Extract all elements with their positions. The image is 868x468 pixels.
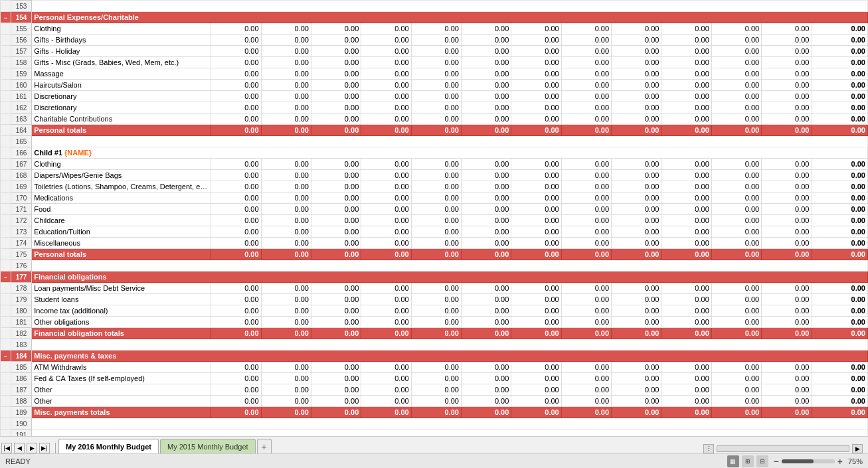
data-cell[interactable]: 0.00 bbox=[411, 305, 461, 317]
totals-cell[interactable]: 0.00 bbox=[261, 125, 311, 136]
total-cell[interactable]: 0.00 bbox=[812, 91, 868, 102]
data-cell[interactable]: 0.00 bbox=[261, 238, 311, 249]
data-cell[interactable]: 0.00 bbox=[661, 215, 711, 226]
data-cell[interactable]: 0.00 bbox=[661, 68, 711, 80]
data-cell[interactable]: 0.00 bbox=[711, 57, 761, 68]
data-cell[interactable]: 0.00 bbox=[311, 317, 361, 328]
data-cell[interactable]: 0.00 bbox=[612, 80, 661, 91]
data-cell[interactable]: 0.00 bbox=[261, 373, 311, 384]
data-cell[interactable]: 0.00 bbox=[461, 46, 511, 57]
data-cell[interactable]: 0.00 bbox=[762, 181, 812, 193]
data-cell[interactable]: 0.00 bbox=[661, 384, 711, 396]
totals-cell[interactable]: 0.00 bbox=[511, 125, 561, 136]
data-cell[interactable]: 0.00 bbox=[711, 238, 761, 249]
data-cell[interactable]: 0.00 bbox=[311, 193, 361, 204]
total-cell[interactable]: 0.00 bbox=[812, 35, 868, 46]
tab-2016[interactable]: My 2016 Monthly Budget bbox=[58, 439, 159, 453]
data-cell[interactable]: 0.00 bbox=[361, 305, 411, 317]
totals-cell[interactable]: 0.00 bbox=[561, 125, 611, 136]
total-cell[interactable]: 0.00 bbox=[812, 193, 868, 204]
totals-cell[interactable]: 0.00 bbox=[612, 125, 661, 136]
data-cell[interactable]: 0.00 bbox=[411, 317, 461, 328]
data-cell[interactable]: 0.00 bbox=[511, 193, 561, 204]
totals-cell[interactable]: 0.00 bbox=[511, 328, 561, 339]
data-cell[interactable]: 0.00 bbox=[461, 68, 511, 80]
data-cell[interactable]: 0.00 bbox=[511, 102, 561, 114]
data-cell[interactable]: 0.00 bbox=[411, 193, 461, 204]
data-cell[interactable]: 0.00 bbox=[211, 305, 261, 317]
data-cell[interactable]: 0.00 bbox=[511, 283, 561, 294]
data-cell[interactable]: 0.00 bbox=[561, 238, 611, 249]
total-cell[interactable]: 0.00 bbox=[812, 102, 868, 114]
total-cell[interactable]: 0.00 bbox=[812, 283, 868, 294]
data-cell[interactable]: 0.00 bbox=[661, 181, 711, 193]
data-cell[interactable]: 0.00 bbox=[361, 80, 411, 91]
data-cell[interactable]: 0.00 bbox=[261, 396, 311, 407]
data-cell[interactable]: 0.00 bbox=[261, 362, 311, 373]
data-cell[interactable]: 0.00 bbox=[561, 35, 611, 46]
totals-cell[interactable]: 0.00 bbox=[762, 249, 812, 260]
data-cell[interactable]: 0.00 bbox=[612, 159, 661, 170]
data-cell[interactable]: 0.00 bbox=[661, 35, 711, 46]
data-cell[interactable]: 0.00 bbox=[261, 35, 311, 46]
data-cell[interactable]: 0.00 bbox=[261, 317, 311, 328]
totals-cell[interactable]: 0.00 bbox=[311, 125, 361, 136]
data-cell[interactable]: 0.00 bbox=[561, 181, 611, 193]
data-cell[interactable]: 0.00 bbox=[511, 181, 561, 193]
data-cell[interactable]: 0.00 bbox=[461, 204, 511, 215]
data-cell[interactable]: 0.00 bbox=[211, 396, 261, 407]
data-cell[interactable]: 0.00 bbox=[711, 193, 761, 204]
data-cell[interactable]: 0.00 bbox=[261, 159, 311, 170]
data-cell[interactable]: 0.00 bbox=[261, 102, 311, 114]
data-cell[interactable]: 0.00 bbox=[661, 317, 711, 328]
data-cell[interactable]: 0.00 bbox=[511, 57, 561, 68]
data-cell[interactable]: 0.00 bbox=[211, 57, 261, 68]
totals-cell[interactable]: 0.00 bbox=[561, 407, 611, 418]
data-cell[interactable]: 0.00 bbox=[661, 204, 711, 215]
data-cell[interactable]: 0.00 bbox=[711, 317, 761, 328]
data-cell[interactable]: 0.00 bbox=[511, 226, 561, 238]
data-cell[interactable]: 0.00 bbox=[261, 170, 311, 181]
data-cell[interactable]: 0.00 bbox=[612, 226, 661, 238]
totals-cell[interactable]: 0.00 bbox=[511, 407, 561, 418]
total-cell[interactable]: 0.00 bbox=[812, 46, 868, 57]
data-cell[interactable]: 0.00 bbox=[411, 23, 461, 35]
data-cell[interactable]: 0.00 bbox=[612, 35, 661, 46]
data-cell[interactable]: 0.00 bbox=[762, 35, 812, 46]
tab-nav-next[interactable]: ▶ bbox=[27, 443, 37, 453]
data-cell[interactable]: 0.00 bbox=[211, 159, 261, 170]
totals-cell[interactable]: 0.00 bbox=[762, 125, 812, 136]
data-cell[interactable]: 0.00 bbox=[711, 396, 761, 407]
totals-cell[interactable]: 0.00 bbox=[261, 328, 311, 339]
data-cell[interactable]: 0.00 bbox=[661, 159, 711, 170]
data-cell[interactable]: 0.00 bbox=[561, 23, 611, 35]
data-cell[interactable]: 0.00 bbox=[411, 294, 461, 305]
data-cell[interactable]: 0.00 bbox=[511, 46, 561, 57]
data-cell[interactable]: 0.00 bbox=[461, 170, 511, 181]
data-cell[interactable]: 0.00 bbox=[762, 373, 812, 384]
tab-nav-first[interactable]: |◀ bbox=[1, 443, 12, 453]
total-cell[interactable]: 0.00 bbox=[812, 170, 868, 181]
data-cell[interactable]: 0.00 bbox=[561, 193, 611, 204]
data-cell[interactable]: 0.00 bbox=[211, 68, 261, 80]
data-cell[interactable]: 0.00 bbox=[461, 283, 511, 294]
data-cell[interactable]: 0.00 bbox=[411, 102, 461, 114]
data-cell[interactable]: 0.00 bbox=[561, 114, 611, 125]
data-cell[interactable]: 0.00 bbox=[661, 114, 711, 125]
data-cell[interactable]: 0.00 bbox=[762, 215, 812, 226]
data-cell[interactable]: 0.00 bbox=[311, 80, 361, 91]
data-cell[interactable]: 0.00 bbox=[311, 91, 361, 102]
data-cell[interactable]: 0.00 bbox=[561, 102, 611, 114]
tab-add-button[interactable]: + bbox=[257, 439, 272, 453]
data-cell[interactable]: 0.00 bbox=[561, 305, 611, 317]
data-cell[interactable]: 0.00 bbox=[361, 159, 411, 170]
tab-2015[interactable]: My 2015 Monthly Budget bbox=[160, 439, 256, 453]
data-cell[interactable]: 0.00 bbox=[461, 226, 511, 238]
data-cell[interactable]: 0.00 bbox=[211, 193, 261, 204]
data-cell[interactable]: 0.00 bbox=[612, 362, 661, 373]
data-cell[interactable]: 0.00 bbox=[612, 193, 661, 204]
data-cell[interactable]: 0.00 bbox=[711, 305, 761, 317]
data-cell[interactable]: 0.00 bbox=[361, 226, 411, 238]
data-cell[interactable]: 0.00 bbox=[461, 57, 511, 68]
totals-cell[interactable]: 0.00 bbox=[411, 328, 461, 339]
